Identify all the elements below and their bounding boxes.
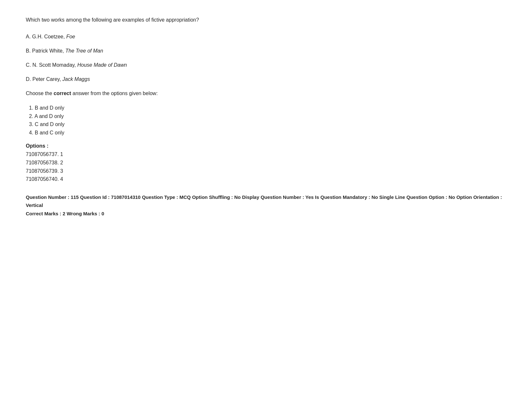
choose-suffix: answer from the options given below:: [71, 91, 158, 96]
question-container: Which two works among the following are …: [26, 16, 506, 218]
option-d-author: Peter Carey,: [32, 76, 61, 82]
meta-info: Question Number : 115 Question Id : 7108…: [26, 193, 506, 218]
answer-option-1: 1. B and D only: [29, 104, 506, 112]
option-c-title: House Made of Dawn: [76, 62, 127, 68]
option-a: A. G.H. Coetzee, Foe: [26, 33, 506, 41]
option-b-title: The Tree of Man: [64, 48, 103, 54]
question-text: Which two works among the following are …: [26, 16, 506, 24]
answer-options: 1. B and D only 2. A and D only 3. C and…: [29, 104, 506, 137]
option-c-author: N. Scott Momaday,: [32, 62, 76, 68]
answer-option-2: 2. A and D only: [29, 112, 506, 121]
option-id-1: 71087056737. 1: [26, 150, 506, 159]
option-id-4: 71087056740. 4: [26, 175, 506, 183]
meta-line1: Question Number : 115 Question Id : 7108…: [26, 193, 506, 210]
choose-text: Choose the correct answer from the optio…: [26, 90, 506, 97]
answer-option-3: 3. C and D only: [29, 120, 506, 129]
option-a-title: Foe: [65, 34, 75, 39]
option-d-title: Jack Maggs: [61, 76, 90, 82]
option-a-author: G.H. Coetzee,: [32, 34, 65, 39]
choose-bold: correct: [54, 91, 71, 96]
option-b-author: Patrick White,: [32, 48, 64, 54]
option-d: D. Peter Carey, Jack Maggs: [26, 75, 506, 83]
choose-prefix: Choose the: [26, 91, 54, 96]
meta-line2: Correct Marks : 2 Wrong Marks : 0: [26, 210, 506, 218]
option-b: B. Patrick White, The Tree of Man: [26, 47, 506, 55]
option-b-label: B.: [26, 48, 31, 54]
option-c-label: C.: [26, 62, 31, 68]
option-c: C. N. Scott Momaday, House Made of Dawn: [26, 61, 506, 69]
option-d-label: D.: [26, 76, 31, 82]
option-id-3: 71087056739. 3: [26, 167, 506, 175]
answer-option-4: 4. B and C only: [29, 129, 506, 137]
option-ids-list: 71087056737. 1 71087056738. 2 7108705673…: [26, 150, 506, 183]
option-a-label: A.: [26, 34, 31, 39]
options-label: Options :: [26, 143, 506, 149]
option-id-2: 71087056738. 2: [26, 159, 506, 167]
